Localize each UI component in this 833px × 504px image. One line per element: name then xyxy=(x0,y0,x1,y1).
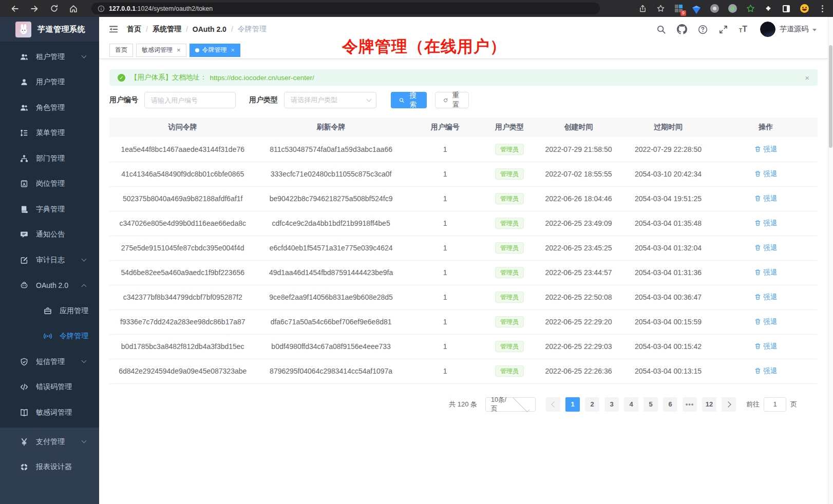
share-icon[interactable] xyxy=(637,3,648,14)
side-panel-icon[interactable] xyxy=(781,3,792,14)
page-scrollbar[interactable] xyxy=(828,17,833,504)
forward-icon[interactable] xyxy=(28,2,41,15)
scrollbar-thumb[interactable] xyxy=(829,45,832,148)
font-size-icon[interactable]: TT xyxy=(739,25,747,33)
back-icon[interactable] xyxy=(8,2,22,15)
user-type-select[interactable]: 请选择用户类型 xyxy=(284,92,376,108)
sidebar-item-label: 错误码管理 xyxy=(36,382,72,392)
access-token-cell: 275e5de9151045fe87cbdc395e004f4d xyxy=(109,236,256,260)
user-id-input[interactable] xyxy=(144,92,236,108)
jump-page-input[interactable] xyxy=(764,397,786,412)
pager-next-button[interactable] xyxy=(722,397,736,412)
tab-close-icon[interactable]: × xyxy=(177,47,181,53)
reset-button[interactable]: 重置 xyxy=(435,92,469,108)
address-bar[interactable]: 127.0.0.1:1024/system/oauth2/token xyxy=(91,3,600,14)
github-icon[interactable] xyxy=(677,24,687,34)
pager-page-5[interactable]: 5 xyxy=(643,397,658,412)
column-header: 过期时间 xyxy=(622,118,714,137)
app-logo-bar[interactable]: 芋道管理系统 xyxy=(0,17,99,42)
sidebar-item-post-mgmt[interactable]: 岗位管理 xyxy=(0,171,99,197)
tab-close-icon[interactable]: × xyxy=(231,47,235,53)
recorder-extension-icon[interactable] xyxy=(727,3,738,14)
breadcrumb-item[interactable]: 系统管理 xyxy=(153,25,181,34)
sidebar-item-dict-mgmt[interactable]: 字典管理 xyxy=(0,197,99,222)
pager-page-2[interactable]: 2 xyxy=(585,397,599,412)
force-logout-button[interactable]: 强退 xyxy=(754,194,777,203)
tab-oauth2-token[interactable]: 令牌管理× xyxy=(190,44,241,57)
pager-page-4[interactable]: 4 xyxy=(624,397,638,412)
force-logout-button[interactable]: 强退 xyxy=(754,317,777,326)
sidebar-item-user-mgmt[interactable]: 用户管理 xyxy=(0,70,99,95)
expire-time-cell: 2022-07-29 22:28:50 xyxy=(622,137,714,162)
sidebar-item-audit-log[interactable]: 审计日志 xyxy=(0,247,99,273)
force-logout-button[interactable]: 强退 xyxy=(754,268,777,277)
force-logout-button[interactable]: 强退 xyxy=(754,219,777,228)
sidebar-item-report-designer[interactable]: 报表设计器 xyxy=(0,455,99,480)
page-size-select[interactable]: 10条/页 xyxy=(485,397,536,412)
pixel-extension-icon[interactable]: 9 xyxy=(673,3,684,14)
sidebar-item-oauth2-app[interactable]: 应用管理 xyxy=(0,298,99,324)
breadcrumb-item[interactable]: OAuth 2.0 xyxy=(193,25,226,33)
access-token-cell: 1ea5e44f8bc1467aaede43144f31de76 xyxy=(109,137,256,162)
alert-close-icon[interactable]: × xyxy=(805,73,809,82)
expire-time-cell: 2054-03-04 01:31:36 xyxy=(622,260,714,285)
search-icon[interactable] xyxy=(656,25,666,34)
user-menu[interactable]: 芋道源码 xyxy=(760,22,817,37)
created-time-cell: 2022-06-25 23:45:25 xyxy=(535,236,622,260)
created-time-cell: 2022-06-25 22:29:20 xyxy=(535,309,622,334)
sidebar-item-notice[interactable]: 通知公告 xyxy=(0,222,99,248)
bookmark-star-icon[interactable] xyxy=(655,3,666,14)
breadcrumb-item[interactable]: 首页 xyxy=(127,25,141,34)
force-logout-button[interactable]: 强退 xyxy=(754,342,777,351)
tab-home[interactable]: 首页 xyxy=(109,44,133,57)
pager-page-3[interactable]: 3 xyxy=(604,397,619,412)
sidebar-item-tenant-mgmt[interactable]: 租户管理 xyxy=(0,44,99,70)
expire-time-cell: 2054-03-04 00:36:47 xyxy=(622,285,714,309)
alert-doc-link[interactable]: https://doc.iocoder.cn/user-center/ xyxy=(210,74,314,82)
pager-page-1[interactable]: 1 xyxy=(565,397,580,412)
sidebar-item-role-mgmt[interactable]: 角色管理 xyxy=(0,95,99,121)
command-extension-icon[interactable] xyxy=(709,3,720,14)
force-logout-button[interactable]: 强退 xyxy=(754,145,777,154)
user-type-tag: 管理员 xyxy=(495,267,524,278)
tab-sensitive-word[interactable]: 敏感词管理× xyxy=(136,44,186,57)
chevron-right-icon xyxy=(725,401,731,407)
browser-menu-icon[interactable] xyxy=(817,3,828,14)
gem-extension-icon[interactable] xyxy=(691,3,702,14)
force-logout-button[interactable]: 强退 xyxy=(754,169,777,179)
help-icon[interactable] xyxy=(698,25,708,34)
sidebar-item-oauth2[interactable]: OAuth 2.0 xyxy=(0,273,99,299)
sidebar-item-oauth2-token[interactable]: 令牌管理 xyxy=(0,324,99,350)
force-logout-button[interactable]: 强退 xyxy=(754,293,777,302)
fullscreen-icon[interactable] xyxy=(718,25,728,34)
main-area: 首页/系统管理/OAuth 2.0/令牌管理 TT xyxy=(99,17,828,504)
force-logout-button[interactable]: 强退 xyxy=(754,243,777,253)
search-button[interactable]: 搜索 xyxy=(391,92,427,108)
pagination: 共 120 条 10条/页 123456•••12 前往 页 xyxy=(109,397,818,412)
sidebar-bottom-menu: 支付管理报表设计器 xyxy=(0,428,99,504)
table-row: b0d1785bc3a8482f812db4a3f3bd15ecb0df4980… xyxy=(109,334,818,359)
site-info-icon[interactable] xyxy=(98,5,105,12)
profile-emoji-icon[interactable] xyxy=(799,3,810,14)
pager-page-6[interactable]: 6 xyxy=(663,397,677,412)
sidebar-item-dept-mgmt[interactable]: 部门管理 xyxy=(0,146,99,171)
pager-more-button[interactable]: ••• xyxy=(683,397,697,412)
content-area: ✓ 【用户体系】文档地址： https://doc.iocoder.cn/use… xyxy=(99,59,828,504)
force-logout-button[interactable]: 强退 xyxy=(754,366,777,376)
reload-icon[interactable] xyxy=(47,2,61,15)
pager-prev-button[interactable] xyxy=(546,397,560,412)
sidebar-item-sensitive-word[interactable]: 敏感词管理 xyxy=(0,400,99,425)
sidebar-item-sms-mgmt[interactable]: 短信管理 xyxy=(0,349,99,375)
puzzle-extension-icon[interactable] xyxy=(763,3,774,14)
pager-page-12[interactable]: 12 xyxy=(702,397,716,412)
sidebar-item-pay-mgmt[interactable]: 支付管理 xyxy=(0,429,99,455)
message-icon xyxy=(20,230,28,239)
table-row: 41c41346a548490f9dc8b01c6bfe0865333ecfc7… xyxy=(109,162,818,186)
expire-time-cell: 2054-03-04 01:35:48 xyxy=(622,211,714,236)
sidebar-item-errcode-mgmt[interactable]: 错误码管理 xyxy=(0,375,99,400)
app-title: 芋道管理系统 xyxy=(37,25,85,34)
sidebar-item-menu-mgmt[interactable]: 菜单管理 xyxy=(0,121,99,146)
sidebar-collapse-icon[interactable] xyxy=(108,24,119,34)
home-icon[interactable] xyxy=(67,2,80,15)
green-star-extension-icon[interactable] xyxy=(745,3,756,14)
